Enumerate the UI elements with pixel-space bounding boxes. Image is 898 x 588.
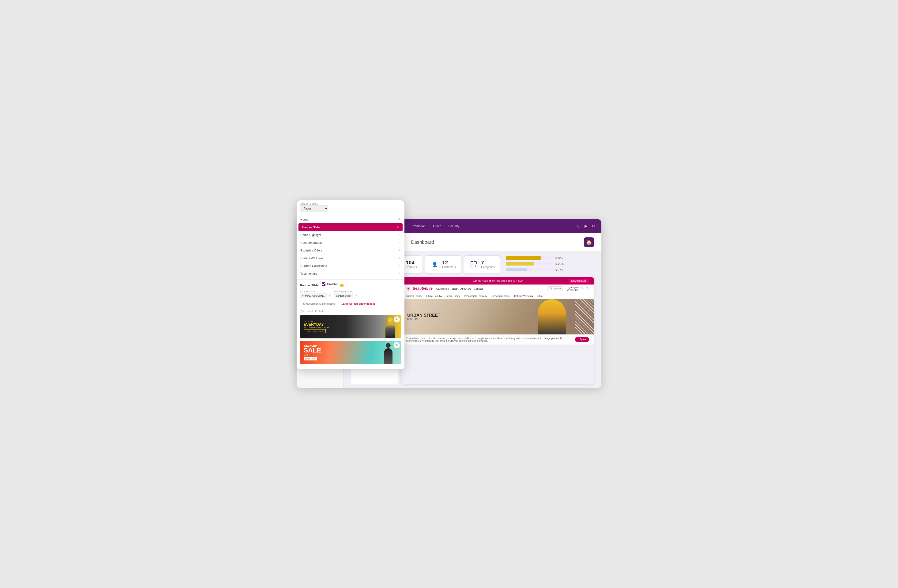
store-search[interactable]: 🔍 Search [547,286,563,291]
cookie-agree-button[interactable]: I Agree [575,337,589,342]
fp-pages-dropdown[interactable]: Pages [300,205,328,212]
pb-label-3: +0.7 % [555,268,563,271]
fp-nav-home[interactable]: Home ⚙ [297,216,404,223]
fp-section-curated-collections[interactable]: Curated Collections ✎ [297,262,404,270]
fp-banner2-edit-btn[interactable]: ✎ [394,342,400,348]
fp-section-home-highlight[interactable]: Home Highlight ✎ [297,231,404,239]
categories-label: Categories [481,266,495,269]
fp-tab-small[interactable]: Small Screen Slider Images [300,301,338,307]
cat-holistic[interactable]: Holistic Wellness▾ [514,295,533,298]
topbar-spacer-r: Download App [523,279,589,283]
fp-images-note: [ You can add 10 childs ] [300,310,401,313]
nav-security[interactable]: Security [448,224,459,228]
fp-home-label: Home [300,218,396,221]
fp-block-display-edit[interactable]: ✎ [355,294,357,297]
store-nav-contact[interactable]: Contact [474,287,483,290]
banner-2-discount: 50% [304,354,321,356]
login-signup-link[interactable]: Login/SignupMy Account [566,286,579,291]
customers-label: Customers [442,266,456,269]
grid-icon[interactable]: ⊞ [577,224,580,228]
fp-image-slot-2: WEEKEND SALE 50% SHOP NOW ✎ [300,341,401,364]
fp-slider-title: Banner Slider [300,284,320,287]
cat-gifts[interactable]: Gifts▾ [537,295,543,298]
store-nav: Beautyhive Categories Shop About Us Cont… [401,284,594,293]
nav-promotion[interactable]: Promotion [412,224,426,228]
fp-block-ref-label: Block Reference [300,290,331,293]
pb-fill-2 [506,262,534,266]
fp-block-ref-value: #TM00177P018011 [300,293,327,298]
products-info: 104 Products [406,260,417,269]
cat-joyful[interactable]: Joyful Home▾ [446,295,460,298]
fp-info-icon: ! [340,284,344,287]
fp-section-brands-we-love[interactable]: Brands We Love ✎ [297,254,404,262]
store-nav-categories[interactable]: Categories [436,287,449,290]
fp-block-display-group: Block Display Name Banner Slider ✎ [334,290,358,298]
banner-2-preview: WEEKEND SALE 50% SHOP NOW [300,341,401,364]
banner-1-headline: EVERYDAY [304,322,329,327]
fp-banner1-edit-btn[interactable]: ✎ [394,316,400,322]
products-number: 104 [406,260,417,266]
topbar-message: Get flat ₹500 off on App Use code: APP50… [473,279,523,282]
settings-icon[interactable]: ⚙ [592,224,595,228]
hero-pattern [575,299,594,335]
store-categories: Mindful Eating▾ Ethical Beauty▾ Joyful H… [401,293,594,299]
cookie-bar: This website uses cookies to enhance you… [401,335,594,344]
fp-home-gear[interactable]: ⚙ [398,218,401,221]
fp-section-recommendation-edit[interactable]: ✎ [398,241,401,244]
fp-section-banner-slider-edit[interactable]: ✎ [397,226,399,229]
svg-rect-19 [474,261,477,264]
fp-section-exclusive-offers[interactable]: Exclusive Offers ✎ [297,247,404,254]
fp-block-ref-edit[interactable]: ✎ [329,294,331,297]
categories-info: 7 Categories [481,260,495,269]
fp-tab-large[interactable]: Large Screen Slider Images [338,301,379,307]
wishlist-icon[interactable]: ♡ [581,286,584,291]
fp-section-banner-slider-label: Banner Slider [302,226,394,229]
fp-section-home-highlight-edit[interactable]: ✎ [398,233,401,236]
customers-icon: 👤 [431,260,439,269]
cat-mindful[interactable]: Mindful Eating▾ [406,295,422,298]
store-topbar: Get flat ₹500 off on App Use code: APP50… [401,277,594,284]
fp-section-testimonials[interactable]: Testimonials ✎ [297,270,404,278]
fp-header-top: Choose Sections* Pages [300,203,401,212]
pb-label-1: +0.3 % [555,256,563,259]
svg-rect-20 [471,265,473,267]
products-label: Products [406,266,417,269]
fp-section-home-highlight-label: Home Highlight [300,233,396,237]
cat-ethical[interactable]: Ethical Beauty▾ [426,295,442,298]
store-nav-about[interactable]: About Us [460,287,471,290]
banner-2-text: WEEKEND SALE 50% SHOP NOW [304,344,321,361]
fp-section-testimonials-edit[interactable]: ✎ [398,272,401,275]
play-icon[interactable]: ▶ [584,224,587,228]
fp-image-slot-1: BE NEW EVERYDAY EXCLUSIVE ARRIVALS IN ST… [300,315,401,338]
store-nav-shop[interactable]: Shop [452,287,458,290]
pb-fill-1 [506,256,541,259]
fp-section-banner-slider[interactable]: Banner Slider ✎ [298,223,403,231]
banner-1-cta[interactable]: SHOP COLLECTION [304,329,326,333]
hero-subtitle: CLOTHING [407,318,440,320]
categories-icon [469,260,478,269]
hero-collection-text: 2020 COLLECTION [572,302,574,331]
download-app-button[interactable]: Download App [569,279,589,283]
cat-conscious[interactable]: Conscious Family▾ [491,295,511,298]
fp-section-curated-edit[interactable]: ✎ [398,264,401,267]
store-logo: Beautyhive [406,286,433,291]
fp-section-recommendation[interactable]: Recommendation ✎ [297,239,404,247]
store-nav-actions: Login/SignupMy Account ♡ 🛒 [566,286,589,291]
pb-bg-1 [506,256,553,259]
banner-2-cta[interactable]: SHOP NOW [304,358,317,361]
banner-1-tagline: BE NEW [304,320,329,322]
progress-bar-3: +0.7 % [506,268,591,272]
svg-rect-18 [471,261,473,264]
cart-icon[interactable]: 🛒 [586,286,589,291]
nav-order[interactable]: Order [433,224,441,228]
pb-bg-3 [506,268,553,272]
cookie-text: This website uses cookies to enhance you… [406,337,571,342]
store-preview: Get flat ₹500 off on App Use code: APP50… [401,277,594,384]
fp-enabled-checkbox[interactable] [322,282,326,286]
progress-bar-2: +0.25 % [506,262,591,266]
cat-responsible[interactable]: Responsible Fashion▾ [464,295,487,298]
fp-section-exclusive-offers-edit[interactable]: ✎ [398,249,401,252]
home-icon[interactable]: 🏠 [584,237,594,247]
fp-section-brands-edit[interactable]: ✎ [398,256,401,259]
fp-section-exclusive-offers-label: Exclusive Offers [300,249,396,252]
